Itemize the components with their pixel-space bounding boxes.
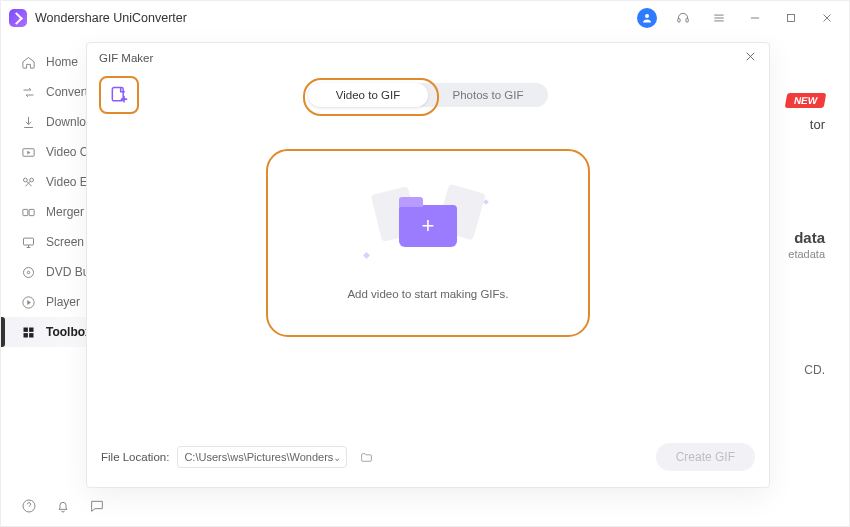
svg-rect-2 [686,19,688,22]
notifications-icon[interactable] [55,498,71,514]
file-location-field[interactable]: C:\Users\ws\Pictures\Wonders ⌄ [177,446,347,468]
sidebar-footer [1,486,151,526]
sidebar-item-label: Player [46,295,80,309]
svg-rect-20 [29,327,33,331]
dialog-footer: File Location: C:\Users\ws\Pictures\Wond… [87,427,769,487]
chevron-down-icon: ⌄ [333,452,341,463]
svg-point-0 [645,14,649,18]
sidebar-item-label: Home [46,55,78,69]
svg-point-16 [24,267,34,277]
window-close-button[interactable] [813,4,841,32]
dialog-title: GIF Maker [99,52,153,64]
dialog-header: GIF Maker [87,43,769,73]
app-title: Wondershare UniConverter [35,11,187,25]
svg-rect-1 [678,19,680,22]
svg-point-17 [27,271,30,274]
svg-rect-15 [24,238,34,245]
feedback-icon[interactable] [89,498,105,514]
file-location-label: File Location: [101,451,169,463]
titlebar: Wondershare UniConverter [1,1,849,35]
sidebar-item-label: Merger [46,205,84,219]
window-maximize-button[interactable] [777,4,805,32]
svg-rect-21 [24,333,28,337]
svg-rect-7 [788,15,795,22]
sidebar-item-label: Toolbox [46,325,92,339]
bg-text-data: data [794,229,825,246]
window-minimize-button[interactable] [741,4,769,32]
account-avatar[interactable] [633,4,661,32]
svg-rect-14 [29,209,34,215]
bg-text-cd: CD. [804,363,825,377]
drop-zone[interactable]: + Add video to start making GIFs. [266,149,590,337]
file-location-value: C:\Users\ws\Pictures\Wonders [184,451,333,463]
gif-maker-dialog: GIF Maker Video to GIF Photos to GIF + [86,42,770,488]
bg-text-tor: tor [810,117,825,132]
open-folder-button[interactable] [355,446,377,468]
tab-video-to-gif[interactable]: Video to GIF [308,83,428,107]
dialog-close-button[interactable] [744,50,757,66]
drop-zone-text: Add video to start making GIFs. [347,288,508,300]
drop-zone-illustration: + [368,186,488,266]
svg-rect-13 [23,209,28,215]
tab-photos-to-gif[interactable]: Photos to GIF [428,83,548,107]
svg-rect-22 [29,333,33,337]
svg-rect-19 [24,327,28,331]
new-badge: NEW [784,93,826,108]
app-logo [9,9,27,27]
help-icon[interactable] [21,498,37,514]
menu-icon[interactable] [705,4,733,32]
bg-text-etadata: etadata [788,248,825,260]
folder-plus-icon: + [399,205,457,247]
support-icon[interactable] [669,4,697,32]
create-gif-button[interactable]: Create GIF [656,443,755,471]
add-file-button[interactable] [99,76,139,114]
mode-toggle: Video to GIF Photos to GIF [308,83,548,107]
